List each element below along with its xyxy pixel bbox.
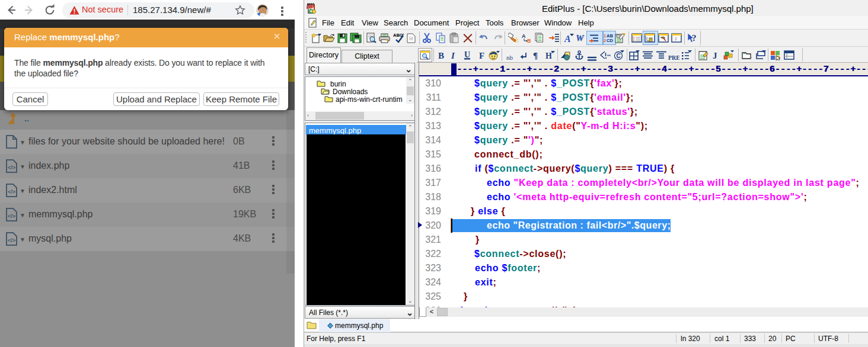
svg-text:C: C — [617, 53, 621, 59]
svg-text:</>: </> — [8, 213, 15, 219]
svg-text:PRE: PRE — [668, 54, 679, 60]
svg-text:</>: </> — [8, 237, 15, 243]
svg-text:</>: </> — [8, 165, 15, 171]
svg-text:F: F — [675, 36, 678, 42]
svg-text:H: H — [409, 36, 413, 41]
svg-text:nb: nb — [506, 54, 513, 60]
svg-text:2: 2 — [604, 38, 606, 43]
svg-text:¶: ¶ — [533, 51, 538, 60]
svg-text:W: W — [576, 33, 585, 43]
svg-text:A: A — [564, 34, 571, 43]
svg-text:B: B — [527, 38, 531, 43]
svg-text:B: B — [438, 51, 444, 60]
svg-text:</>: </> — [8, 189, 15, 195]
svg-text:CD: CD — [607, 38, 613, 43]
svg-text:I: I — [451, 51, 455, 60]
svg-text:F: F — [479, 51, 484, 60]
svg-text:?: ? — [692, 33, 697, 43]
svg-text:A: A — [522, 33, 526, 39]
svg-text:H: H — [545, 52, 552, 60]
svg-text:U: U — [464, 50, 470, 59]
svg-text:J: J — [713, 51, 717, 60]
